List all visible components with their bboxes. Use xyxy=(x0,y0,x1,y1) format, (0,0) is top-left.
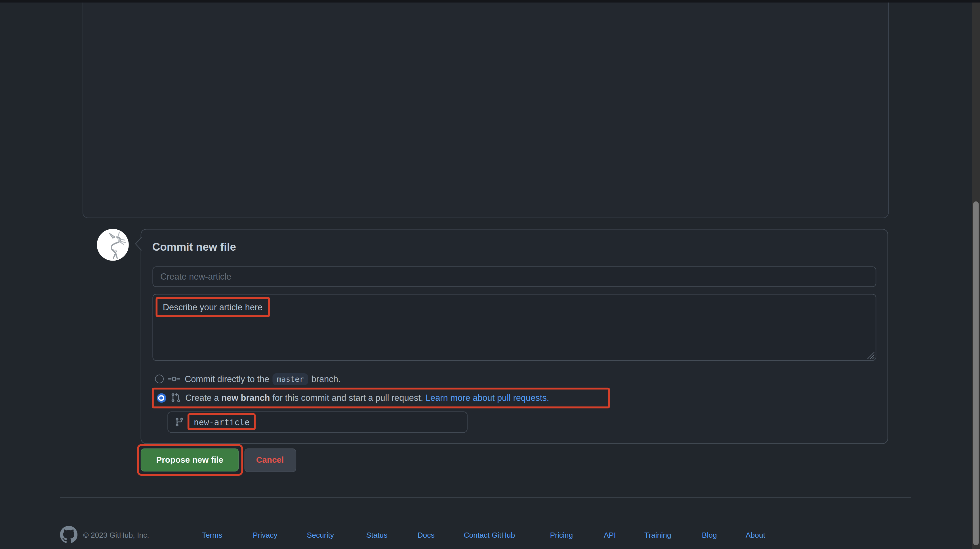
footer-link-training[interactable]: Training xyxy=(644,531,671,539)
footer-link-pricing[interactable]: Pricing xyxy=(550,531,573,539)
annotation-box-description: Describe your article here xyxy=(155,297,270,316)
radio-branch-label: Create a new branch for this commit and … xyxy=(185,393,549,403)
radio-new-branch-selected[interactable] xyxy=(157,393,166,402)
branch-name-value: new-article xyxy=(194,417,250,427)
page: Commit new file Describe your article he… xyxy=(0,0,980,549)
radio-direct-label: Commit directly to themasterbranch. xyxy=(185,373,340,383)
textarea-resize-gripper[interactable] xyxy=(866,351,874,359)
radio-row-new-branch: Create a new branch for this commit and … xyxy=(153,393,608,403)
cancel-button[interactable]: Cancel xyxy=(244,448,296,472)
footer-link-contact[interactable]: Contact GitHub xyxy=(464,531,515,539)
footer-link-about[interactable]: About xyxy=(746,531,765,539)
commit-description-text: Describe your article here xyxy=(163,302,262,312)
footer-link-privacy[interactable]: Privacy xyxy=(253,531,277,539)
footer-copyright: © 2023 GitHub, Inc. xyxy=(83,531,149,539)
footer-link-api[interactable]: API xyxy=(604,531,616,539)
scrollbar-thumb[interactable] xyxy=(973,201,979,545)
git-branch-icon xyxy=(175,417,185,427)
annotation-box-propose-button: Propose new file xyxy=(137,444,243,476)
branch-name-input[interactable]: new-article xyxy=(167,411,467,432)
branch-badge-master: master xyxy=(272,373,308,385)
footer-link-status[interactable]: Status xyxy=(366,531,388,539)
footer-link-docs[interactable]: Docs xyxy=(417,531,434,539)
footer-divider xyxy=(60,497,911,498)
radio-row-commit-direct: Commit directly to themasterbranch. xyxy=(154,372,340,385)
annotation-box-new-branch-radio: Create a new branch for this commit and … xyxy=(151,388,610,409)
propose-new-file-button[interactable]: Propose new file xyxy=(141,448,239,471)
learn-more-link[interactable]: Learn more about pull requests. xyxy=(426,393,549,403)
window-top-edge xyxy=(0,0,980,3)
avatar xyxy=(97,228,128,260)
github-octocat-logo[interactable] xyxy=(60,525,77,543)
footer-link-blog[interactable]: Blog xyxy=(702,531,717,539)
card-caret xyxy=(134,237,142,251)
commit-summary-input[interactable] xyxy=(152,266,876,287)
git-pull-request-icon xyxy=(170,393,180,403)
footer-link-security[interactable]: Security xyxy=(307,531,334,539)
commit-description-textarea[interactable]: Describe your article here xyxy=(152,294,876,361)
radio-commit-direct[interactable] xyxy=(154,374,164,383)
annotation-box-branch-value: new-article xyxy=(188,413,256,430)
git-commit-icon xyxy=(168,374,180,383)
page-title: Commit new file xyxy=(152,241,236,254)
dragon-sketch-avatar xyxy=(97,228,128,260)
footer-link-terms[interactable]: Terms xyxy=(202,531,223,539)
file-editor-area[interactable] xyxy=(82,0,889,218)
